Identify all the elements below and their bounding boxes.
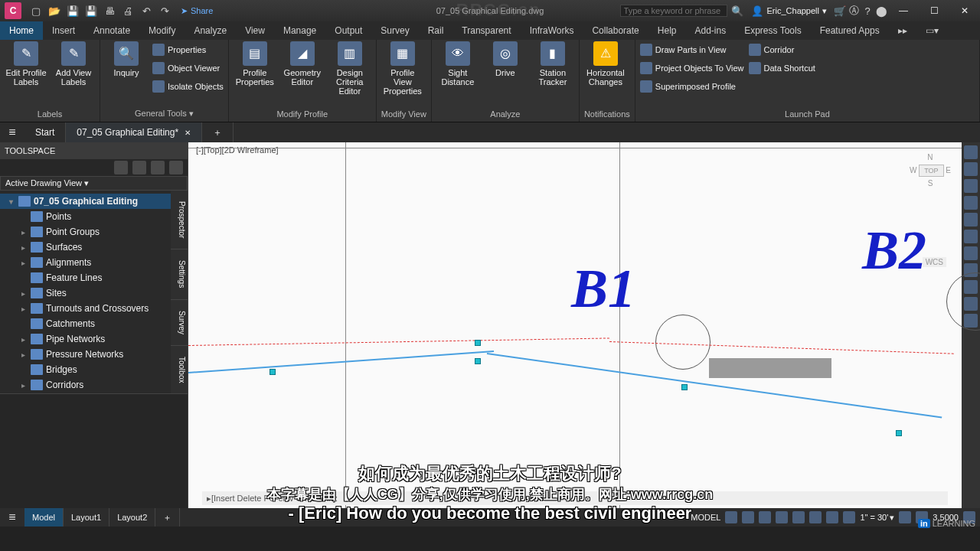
project-objects-button[interactable]: Project Objects To View <box>640 60 744 77</box>
design-criteria-button[interactable]: ▥Design CriteriaEditor <box>328 41 371 96</box>
model-indicator[interactable]: MODEL <box>691 513 720 522</box>
nav-tool-icon[interactable] <box>964 179 978 193</box>
pvi-grip[interactable] <box>270 369 276 375</box>
minimize-button[interactable]: — <box>888 0 919 21</box>
active-view-dropdown[interactable]: Active Drawing View ▾ <box>0 176 188 191</box>
wcs-label[interactable]: WCS <box>923 257 946 267</box>
tree-node-feature-lines[interactable]: Feature Lines <box>0 270 171 285</box>
tab-modify[interactable]: Modify <box>139 21 185 40</box>
edit-profile-labels-button[interactable]: ✎Edit ProfileLabels <box>5 41 47 86</box>
new-doc-button[interactable]: ＋ <box>202 122 234 142</box>
tree-node-pressure-networks[interactable]: ▸Pressure Networks <box>0 347 171 362</box>
data-shortcut-button[interactable]: Data Shortcut <box>749 60 815 77</box>
tab-home[interactable]: Home <box>0 21 43 40</box>
ts-tool-icon[interactable] <box>132 161 146 174</box>
object-viewer-button[interactable]: Object Viewer <box>152 60 224 77</box>
doc-tab-start[interactable]: Start <box>24 122 66 142</box>
panel-title[interactable]: General Tools ▾ <box>105 107 224 122</box>
help-icon[interactable]: ? <box>861 4 874 18</box>
viewport-label[interactable]: [-][Top][2D Wireframe] <box>196 145 279 155</box>
layout-tab-layout1[interactable]: Layout1 <box>64 508 109 527</box>
pvi-grip[interactable] <box>475 358 481 364</box>
open-icon[interactable]: 📂 <box>47 4 61 18</box>
side-tab-survey[interactable]: Survey <box>171 300 188 346</box>
tab-view[interactable]: View <box>236 21 274 40</box>
draw-parts-button[interactable]: Draw Parts in View <box>640 41 744 58</box>
layout-tab-layout2[interactable]: Layout2 <box>109 508 155 527</box>
dynamic-input-tooltip[interactable] <box>709 358 831 378</box>
doc-menu-button[interactable]: ≡ <box>0 126 24 139</box>
tree-node-catchments[interactable]: Catchments <box>0 316 171 331</box>
tree-root[interactable]: ▾07_05 Graphical Editing <box>0 194 171 209</box>
tab-overflow[interactable]: ▸▸ <box>889 21 916 40</box>
saveas-icon[interactable]: 💾 <box>84 4 98 18</box>
sight-distance-button[interactable]: 👁Sight Distance <box>436 41 479 86</box>
nav-tool-icon[interactable] <box>964 213 978 227</box>
corridor-button[interactable]: Corridor <box>749 41 815 58</box>
tree-node-turnouts[interactable]: ▸Turnouts and Crossovers <box>0 301 171 316</box>
nav-tool-icon[interactable] <box>964 145 978 159</box>
save-icon[interactable]: 💾 <box>66 4 80 18</box>
superimposed-profile-button[interactable]: Superimposed Profile <box>640 78 744 95</box>
tree-node-sites[interactable]: ▸Sites <box>0 285 171 301</box>
polar-toggle-icon[interactable] <box>776 511 788 523</box>
nav-tool-icon[interactable] <box>964 230 978 243</box>
new-icon[interactable]: ▢ <box>29 4 43 18</box>
tab-output[interactable]: Output <box>325 21 371 40</box>
search-input[interactable] <box>620 5 727 17</box>
undo-icon[interactable]: ↶ <box>139 4 153 18</box>
tree-node-alignments[interactable]: ▸Alignments <box>0 255 171 270</box>
side-tab-prospector[interactable]: Prospector <box>171 191 188 249</box>
layout-tab-model[interactable]: Model <box>24 508 64 527</box>
tree-node-pipe-networks[interactable]: ▸Pipe Networks <box>0 331 171 347</box>
share-button[interactable]: ➤ Share <box>181 6 213 16</box>
tree-node-bridges[interactable]: Bridges <box>0 362 171 377</box>
tab-help[interactable]: Help <box>648 21 686 40</box>
isolate-objects-button[interactable]: Isolate Objects <box>152 78 224 95</box>
tab-insert[interactable]: Insert <box>43 21 84 40</box>
tree-node-point-groups[interactable]: ▸Point Groups <box>0 224 171 240</box>
tab-survey[interactable]: Survey <box>371 21 418 40</box>
profile-properties-button[interactable]: ▤ProfileProperties <box>234 41 276 86</box>
view-cube[interactable]: N W TOP E S <box>910 148 951 192</box>
scale-display[interactable]: 1" = 30' ▾ <box>860 513 894 523</box>
tab-addins[interactable]: Add-ins <box>685 21 735 40</box>
close-button[interactable]: ✕ <box>949 0 980 21</box>
nav-tool-icon[interactable] <box>964 162 978 176</box>
apps-icon[interactable]: Ⓐ <box>847 4 861 18</box>
tab-manage[interactable]: Manage <box>274 21 325 40</box>
dyn-toggle-icon[interactable] <box>826 511 838 523</box>
drive-button[interactable]: ◎Drive <box>484 41 527 77</box>
pvi-grip[interactable] <box>681 384 688 390</box>
ts-help-icon[interactable] <box>169 161 183 174</box>
inquiry-button[interactable]: 🔍Inquiry <box>105 41 148 77</box>
snap-toggle-icon[interactable] <box>742 511 754 523</box>
user-menu[interactable]: 👤 Eric_Chappell ▾ <box>750 4 827 18</box>
cart-icon[interactable]: 🛒 <box>833 4 847 18</box>
osnap-toggle-icon[interactable] <box>792 511 805 523</box>
maximize-button[interactable]: ☐ <box>919 0 949 21</box>
layout-menu-button[interactable]: ≡ <box>0 510 24 524</box>
tab-rail[interactable]: Rail <box>419 21 453 40</box>
side-tab-settings[interactable]: Settings <box>171 249 188 299</box>
ts-tool-icon[interactable] <box>114 161 128 174</box>
drawing-canvas[interactable]: [-][Top][2D Wireframe] B1 B2 N W TOP E S… <box>188 142 962 508</box>
tab-infraworks[interactable]: InfraWorks <box>521 21 583 40</box>
cloud-icon[interactable]: ⬤ <box>874 4 888 18</box>
otrack-toggle-icon[interactable] <box>809 511 822 523</box>
tab-express[interactable]: Express Tools <box>735 21 810 40</box>
ortho-toggle-icon[interactable] <box>759 511 771 523</box>
tree-node-surfaces[interactable]: ▸Surfaces <box>0 240 171 255</box>
add-view-labels-button[interactable]: ✎Add ViewLabels <box>52 41 95 86</box>
profile-view-properties-button[interactable]: ▦Profile ViewProperties <box>381 41 424 96</box>
properties-button[interactable]: Properties <box>152 41 224 58</box>
print-icon[interactable]: 🖨 <box>121 4 135 18</box>
tab-analyze[interactable]: Analyze <box>185 21 236 40</box>
close-icon[interactable]: ✕ <box>185 129 191 137</box>
tree-node-points[interactable]: Points <box>0 209 171 224</box>
lwt-toggle-icon[interactable] <box>843 511 855 523</box>
ribbon-collapse[interactable]: ▭▾ <box>916 21 948 40</box>
geometry-editor-button[interactable]: ◢GeometryEditor <box>281 41 324 86</box>
plot-icon[interactable]: 🖶 <box>103 4 116 18</box>
tab-transparent[interactable]: Transparent <box>452 21 520 40</box>
